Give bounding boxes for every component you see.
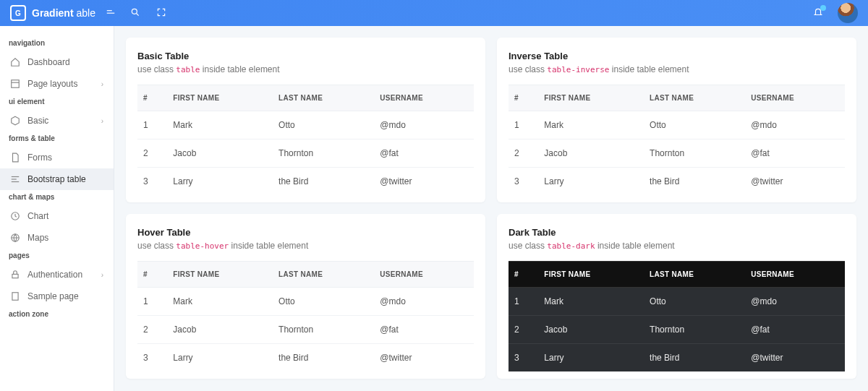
fullscreen-icon[interactable] (156, 7, 166, 20)
sidebar-item-label: Chart (27, 211, 48, 221)
table-row: 1MarkOtto@mdo (137, 111, 474, 139)
svg-rect-4 (12, 80, 20, 88)
card-subtitle: use class table-inverse inside table ele… (509, 64, 845, 74)
notifications-icon[interactable] (813, 7, 823, 20)
table-cell: 1 (137, 288, 167, 316)
table-row: 3Larrythe Bird@twitter (509, 168, 845, 196)
table-cell: 1 (137, 111, 167, 139)
table-cell: @fat (745, 316, 845, 344)
table-cell: Larry (167, 344, 273, 372)
table-cell: Jacob (167, 139, 273, 168)
table-header-cell: LAST NAME (273, 262, 374, 288)
nav-section-title: pages (0, 249, 114, 264)
table-header-cell: # (137, 85, 167, 111)
layout-icon (10, 79, 20, 89)
table-cell: Larry (167, 168, 273, 196)
globe-icon (10, 233, 20, 243)
table-row: 2JacobThornton@fat (509, 316, 845, 344)
svg-rect-12 (12, 293, 18, 301)
sidebar-item-sample-page[interactable]: Sample page (0, 285, 114, 307)
card-subtitle: use class table-hover inside table eleme… (137, 241, 474, 251)
table-header-cell: LAST NAME (644, 262, 745, 288)
brand-text: Gradient able (32, 7, 95, 19)
sidebar-item-label: Maps (27, 233, 48, 243)
table-header-cell: FIRST NAME (538, 85, 644, 111)
table-cell: 2 (509, 139, 538, 168)
sidebar-item-label: Bootstrap table (27, 174, 86, 184)
table-cell: 3 (137, 168, 167, 196)
home-icon (10, 57, 20, 67)
table-card: Hover Tableuse class table-hover inside … (126, 214, 485, 379)
card-subtitle: use class table-dark inside table elemen… (509, 241, 845, 251)
table-cell: @mdo (745, 288, 845, 316)
table-header-cell: # (137, 262, 167, 288)
nav-section-title: chart & maps (0, 190, 114, 205)
sidebar-item-label: Sample page (27, 291, 79, 301)
sidebar-item-dashboard[interactable]: Dashboard (0, 51, 114, 73)
svg-rect-11 (12, 274, 18, 278)
table-row: 2JacobThornton@fat (509, 139, 845, 168)
menu-toggle-icon[interactable] (106, 7, 116, 20)
table-card: Dark Tableuse class table-dark inside ta… (497, 214, 856, 379)
table-header-cell: FIRST NAME (167, 262, 273, 288)
table-header-cell: LAST NAME (273, 85, 374, 111)
table-header-cell: # (509, 85, 538, 111)
table-cell: @fat (374, 316, 474, 344)
table-cell: 1 (509, 111, 538, 139)
table-cell: Jacob (538, 316, 644, 344)
table-cell: 2 (509, 316, 538, 344)
chevron-right-icon: › (101, 271, 103, 279)
brand-logo[interactable]: G Gradient able (10, 5, 95, 21)
table-header-cell: USERNAME (745, 85, 845, 111)
table-cell: Otto (273, 288, 374, 316)
sidebar-item-basic[interactable]: Basic› (0, 110, 114, 132)
sidebar-item-maps[interactable]: Maps (0, 227, 114, 249)
search-icon[interactable] (130, 7, 140, 20)
chevron-right-icon: › (101, 117, 103, 125)
sidebar-item-bootstrap-table[interactable]: Bootstrap table (0, 168, 114, 190)
lock-icon (10, 270, 20, 280)
nav-section-title: ui element (0, 95, 114, 110)
table-cell: @twitter (374, 344, 474, 372)
table-cell: Larry (538, 344, 644, 372)
logo-icon: G (10, 5, 26, 21)
table-cell: @twitter (745, 168, 845, 196)
chevron-right-icon: › (101, 80, 103, 88)
align-icon (10, 174, 20, 184)
user-avatar[interactable] (838, 3, 858, 23)
table-cell: Mark (538, 111, 644, 139)
sidebar-item-page-layouts[interactable]: Page layouts› (0, 73, 114, 95)
table-cell: Jacob (538, 139, 644, 168)
sidebar-item-label: Forms (27, 152, 52, 163)
clock-icon (10, 211, 20, 221)
card-title: Hover Table (137, 227, 474, 238)
card-title: Basic Table (137, 51, 474, 61)
table-cell: 1 (509, 288, 538, 316)
table-cell: 3 (509, 344, 538, 372)
table-header-cell: LAST NAME (644, 85, 745, 111)
sidebar-item-chart[interactable]: Chart (0, 205, 114, 227)
table-card: Inverse Tableuse class table-inverse ins… (497, 38, 856, 202)
main-content: Basic Tableuse class table inside table … (114, 26, 868, 391)
sidebar-item-forms[interactable]: Forms (0, 147, 114, 168)
table-row: 3Larrythe Bird@twitter (509, 344, 845, 372)
table-cell: Jacob (167, 316, 273, 344)
table-cell: @fat (745, 139, 845, 168)
table-card: Basic Tableuse class table inside table … (126, 38, 485, 202)
table-cell: Thornton (644, 316, 745, 344)
table-cell: the Bird (644, 344, 745, 372)
table-cell: Mark (167, 288, 273, 316)
table-cell: the Bird (273, 344, 374, 372)
table-header-cell: FIRST NAME (538, 262, 644, 288)
table-cell: @fat (374, 139, 474, 168)
svg-line-3 (137, 13, 139, 15)
sidebar-item-authentication[interactable]: Authentication› (0, 264, 114, 285)
data-table: #FIRST NAMELAST NAMEUSERNAME1MarkOtto@md… (137, 261, 474, 371)
table-cell: 3 (137, 344, 167, 372)
card-subtitle: use class table inside table element (137, 64, 474, 74)
sidebar-item-label: Dashboard (27, 57, 70, 67)
nav-section-title: forms & table (0, 132, 114, 147)
file-icon (10, 152, 20, 163)
data-table: #FIRST NAMELAST NAMEUSERNAME1MarkOtto@md… (509, 85, 845, 195)
table-header-cell: USERNAME (374, 85, 474, 111)
